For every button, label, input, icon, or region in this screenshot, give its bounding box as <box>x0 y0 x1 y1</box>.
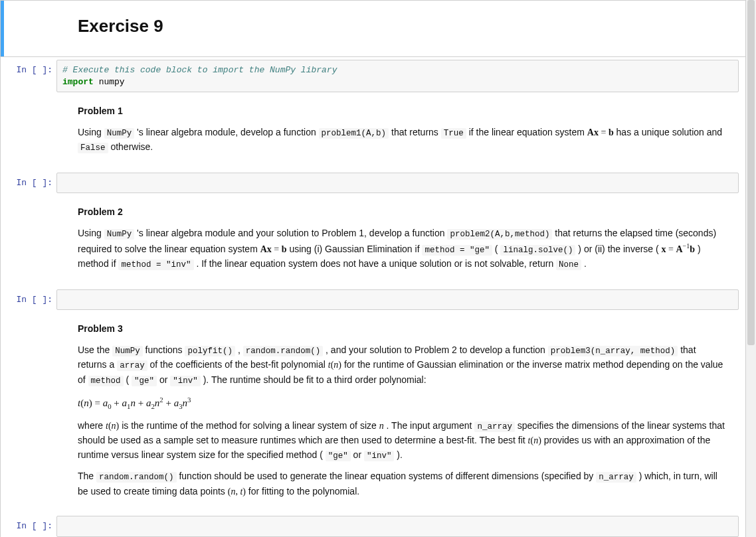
problem2-text[interactable]: Problem 2 Using NumPy 's linear algebra … <box>1 196 745 286</box>
inline-code: NumPy <box>112 346 143 356</box>
selection-bar-icon <box>1 1 4 56</box>
inline-math: (n, t) <box>228 487 246 497</box>
problem3-para1: Use the NumPy functions polyfit() , rand… <box>78 343 725 388</box>
inline-math: t(n) <box>528 435 541 445</box>
inline-code: "inv" <box>364 451 395 461</box>
code-module: numpy <box>99 77 125 87</box>
problem3-equation: t(n) = a0 + a1n + a2n2 + a3n3 <box>78 394 725 412</box>
code-editor[interactable] <box>56 516 739 537</box>
input-prompt: In [ ]: <box>5 60 56 77</box>
code-comment: # Execute this code block to import the … <box>62 65 337 75</box>
scrollbar-thumb-icon[interactable] <box>747 0 755 345</box>
inline-code: n_array <box>474 422 515 432</box>
inline-code: NumPy <box>104 229 135 240</box>
problem1-text[interactable]: Problem 1 Using NumPy 's linear algebra … <box>1 95 745 169</box>
input-prompt: In [ ]: <box>5 516 56 533</box>
code-cell-3[interactable]: In [ ]: <box>1 287 745 313</box>
inline-code: polyfit() <box>185 346 235 356</box>
code-editor[interactable]: # Execute this code block to import the … <box>56 60 739 92</box>
display-equation: t(n) = a0 + a1n + a2n2 + a3n3 <box>78 398 191 408</box>
inline-code: problem1(A,b) <box>319 128 389 139</box>
scrollbar[interactable] <box>746 0 756 537</box>
problem3-heading: Problem 3 <box>78 322 725 337</box>
inline-math: t(n) <box>106 421 119 431</box>
problem3-para2: where t(n) is the runtime of the method … <box>78 419 725 463</box>
equation: Ax = b <box>587 127 614 137</box>
problem1-heading: Problem 1 <box>78 104 725 119</box>
code-cell-2[interactable]: In [ ]: <box>1 170 745 196</box>
input-prompt: In [ ]: <box>5 289 56 307</box>
code-editor[interactable] <box>56 289 739 311</box>
input-prompt: In [ ]: <box>5 173 56 190</box>
problem3-para3: The random.random() function should be u… <box>78 469 725 499</box>
inline-code: False <box>78 143 108 153</box>
inline-code: n_array <box>596 472 636 483</box>
inline-code: NumPy <box>104 128 135 139</box>
inline-code: method = "inv" <box>118 260 193 270</box>
equation: x = A−1b <box>662 244 696 254</box>
title-cell[interactable]: Exercise 9 <box>1 0 745 56</box>
inline-code: "ge" <box>326 451 351 461</box>
problem3-text[interactable]: Problem 3 Use the NumPy functions polyfi… <box>1 313 745 513</box>
notebook-container: Exercise 9 In [ ]: # Execute this code b… <box>0 0 746 537</box>
code-cell-1[interactable]: In [ ]: # Execute this code block to imp… <box>1 57 745 95</box>
inline-code: "ge" <box>132 376 157 386</box>
equation: Ax = b <box>260 244 287 254</box>
inline-code: None <box>556 260 581 270</box>
inline-code: "inv" <box>170 376 201 386</box>
inline-math: n <box>379 421 384 431</box>
inline-code: random.random() <box>243 346 324 356</box>
notebook-title: Exercise 9 <box>78 13 725 39</box>
problem2-body: Using NumPy 's linear algebra module and… <box>78 226 725 272</box>
jupyter-page: Exercise 9 In [ ]: # Execute this code b… <box>0 0 756 537</box>
code-editor[interactable] <box>56 173 739 194</box>
inline-code: problem2(A,b,method) <box>447 229 552 240</box>
inline-code: problem3(n_array, method) <box>548 346 678 356</box>
inline-code: array <box>117 360 147 371</box>
inline-code: random.random() <box>96 472 177 483</box>
inline-math: t(n) <box>328 360 341 370</box>
code-keyword: import <box>62 77 94 87</box>
inline-code: True <box>441 128 466 139</box>
inline-code: method <box>88 376 124 386</box>
problem2-heading: Problem 2 <box>78 205 725 220</box>
inline-code: method = "ge" <box>422 245 492 256</box>
code-cell-4[interactable]: In [ ]: <box>1 513 745 537</box>
inline-code: linalg.solve() <box>500 245 575 256</box>
problem1-body: Using NumPy 's linear algebra module, de… <box>78 125 725 155</box>
